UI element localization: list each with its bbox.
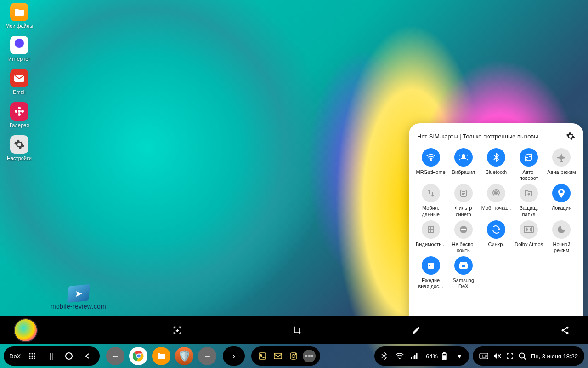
svg-rect-47: [443, 356, 446, 359]
svg-point-5: [21, 110, 24, 113]
desktop-icon-label: Мои файлы: [6, 23, 33, 29]
svg-point-27: [32, 358, 33, 359]
screenshot-icon[interactable]: [506, 352, 514, 360]
qs-tile-hotspot[interactable]: Моб. точка...: [481, 184, 511, 217]
svg-point-17: [566, 327, 569, 329]
settings-gear-icon[interactable]: [566, 132, 575, 141]
desktop-icon-settings[interactable]: Настройки: [3, 135, 36, 161]
svg-rect-43: [414, 355, 416, 359]
desktop-icon-files[interactable]: Мои файлы: [3, 3, 36, 29]
svg-point-26: [29, 358, 31, 359]
qs-tile-label: Фильтр синего: [448, 205, 479, 217]
svg-rect-14: [428, 263, 434, 269]
desktop-icon-label: Галерея: [10, 122, 29, 128]
back-icon[interactable]: [79, 347, 96, 365]
svg-rect-44: [416, 353, 418, 359]
taskbar-app-game[interactable]: 🛡️: [175, 347, 193, 365]
dex-label[interactable]: DeX: [9, 353, 21, 360]
search-icon[interactable]: [519, 352, 526, 360]
scroll-capture-icon[interactable]: [168, 321, 187, 339]
qs-tile-bluefilter[interactable]: Фильтр синего: [448, 184, 479, 217]
home-icon[interactable]: [60, 347, 78, 365]
svg-point-1: [18, 110, 21, 113]
desktop-icon-email[interactable]: Email: [3, 69, 36, 95]
visibility-icon: [422, 220, 440, 239]
svg-rect-34: [259, 353, 266, 359]
taskbar-app-back[interactable]: ←: [106, 347, 124, 365]
instagram-icon[interactable]: [287, 350, 300, 362]
svg-point-3: [18, 113, 21, 116]
qs-tile-rotate[interactable]: Авто-поворот: [514, 148, 544, 181]
qs-tile-daily[interactable]: Ежедне вная дос...: [415, 256, 446, 289]
screenshot-toolbar: [0, 316, 588, 344]
qs-tile-label: Samsung DeX: [448, 277, 479, 289]
svg-point-19: [566, 332, 569, 334]
share-icon[interactable]: [556, 321, 574, 339]
qs-tile-data[interactable]: Мобил. данные: [415, 184, 446, 217]
taskbar-app-forward[interactable]: →: [198, 347, 216, 365]
clock-pill[interactable]: Пн, 3 июня 18:22: [473, 346, 584, 366]
dex-icon: [454, 256, 473, 275]
sim-status-text: Нет SIM-карты | Только экстренные вызовы: [417, 133, 538, 140]
taskbar-app-chrome[interactable]: [129, 347, 147, 365]
crop-icon[interactable]: [288, 321, 306, 339]
qs-tile-dex[interactable]: Samsung DeX: [448, 256, 479, 289]
mail-icon[interactable]: [271, 350, 284, 362]
qs-tile-vibrate[interactable]: Вибрация: [448, 148, 479, 181]
wifi-icon: [422, 148, 440, 167]
qs-tile-label: Локация: [552, 205, 571, 217]
svg-point-39: [295, 354, 296, 355]
svg-point-4: [15, 110, 17, 113]
qs-tile-dnd[interactable]: Не беспо-коить: [448, 220, 479, 253]
qs-tile-wifi[interactable]: MRGatHome: [415, 148, 446, 181]
qs-tile-label: Видимость...: [416, 242, 446, 253]
svg-point-24: [32, 356, 33, 357]
sync-icon: [487, 220, 505, 239]
svg-point-25: [34, 356, 35, 357]
svg-rect-41: [411, 357, 412, 359]
watermark-logo-icon: ➤: [67, 284, 90, 303]
keyboard-icon[interactable]: [479, 353, 488, 359]
more-icon[interactable]: •••: [303, 350, 316, 362]
svg-point-2: [18, 107, 21, 109]
qs-tile-location[interactable]: Локация: [546, 184, 577, 217]
qs-tile-bluetooth[interactable]: Bluetooth: [481, 148, 511, 181]
daily-icon: [422, 256, 440, 275]
status-pill[interactable]: 64% ▼: [374, 346, 469, 366]
edit-pencil-icon[interactable]: [407, 321, 425, 339]
taskbar-app-files[interactable]: [152, 347, 170, 365]
svg-point-20: [29, 353, 31, 355]
svg-point-9: [528, 194, 530, 195]
desktop-icon-internet[interactable]: Интернет: [3, 36, 36, 62]
apps-grid-icon[interactable]: [23, 347, 41, 365]
hotspot-icon: [487, 184, 505, 202]
svg-point-8: [495, 192, 497, 194]
bluetooth-icon: [487, 148, 505, 167]
dnd-icon: [454, 220, 473, 239]
rotate-icon: [520, 148, 538, 167]
quick-settings-panel: Нет SIM-карты | Только экстренные вызовы…: [409, 123, 583, 340]
qs-tile-sync[interactable]: Синхр.: [481, 220, 511, 253]
qs-tile-dolby[interactable]: Dolby Atmos: [514, 220, 544, 253]
mute-icon[interactable]: [493, 352, 501, 360]
qs-tile-airplane[interactable]: Авиа-режим: [546, 148, 577, 181]
image-icon[interactable]: [256, 350, 269, 362]
taskbar: DeX ||| ← 🛡️ → › •••: [0, 344, 588, 368]
watermark-text: mobile-review.com: [51, 303, 106, 310]
folder-icon: [10, 3, 28, 21]
qs-tile-secure[interactable]: Защищ. папка: [514, 184, 544, 217]
globe-icon: [10, 36, 28, 54]
screenshot-thumbnail[interactable]: [14, 318, 38, 342]
desktop-icons: Мои файлы Интернет Email Галерея Настрой…: [3, 3, 36, 161]
recents-icon[interactable]: |||: [42, 347, 59, 365]
svg-rect-16: [462, 265, 465, 267]
chevron-right-icon[interactable]: ›: [227, 350, 240, 362]
qs-tile-night[interactable]: Ночной режим: [546, 220, 577, 253]
desktop-icon-gallery[interactable]: Галерея: [3, 102, 36, 128]
svg-point-6: [430, 160, 431, 161]
qs-tile-label: Не беспо-коить: [448, 242, 479, 253]
chevron-down-icon[interactable]: ▼: [456, 352, 463, 360]
qs-tile-visibility[interactable]: Видимость...: [415, 220, 446, 253]
svg-point-28: [34, 358, 35, 359]
svg-rect-42: [413, 356, 414, 359]
